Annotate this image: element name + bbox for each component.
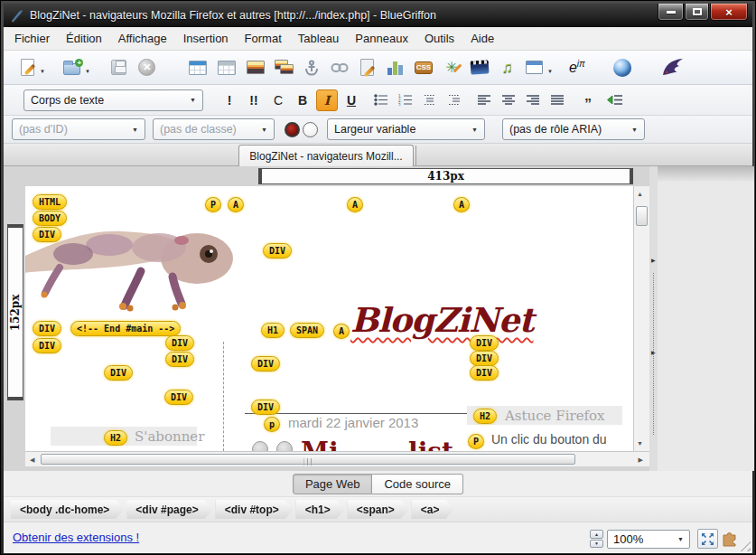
text-color-swatch[interactable] — [285, 122, 300, 137]
element-marker[interactable]: p — [264, 417, 280, 432]
id-select[interactable]: (pas d'ID) ▼ — [12, 118, 145, 140]
bold-button[interactable]: B — [292, 89, 313, 111]
wysiwyg-canvas[interactable]: HTML BODY DIV P A A A DIV DIV <!-- End #… — [25, 186, 633, 451]
menu-format[interactable]: Format — [237, 28, 290, 49]
vertical-scroll-thumb[interactable] — [636, 206, 648, 226]
element-marker[interactable]: DIV — [164, 390, 193, 405]
underline-button[interactable]: U — [341, 89, 362, 111]
minimize-button[interactable] — [658, 4, 684, 21]
subscribe-heading[interactable]: S'abonner — [135, 428, 204, 445]
element-marker[interactable]: DIV — [165, 352, 194, 367]
css-editor-button[interactable]: CSS — [412, 56, 435, 80]
document-tab[interactable]: BlogZiNet - navigateurs Mozill... — [238, 145, 414, 166]
scroll-down-icon[interactable]: ▼ — [637, 440, 643, 447]
chart-button[interactable] — [384, 56, 407, 80]
post-date[interactable]: mardi 22 janvier 2013 — [288, 415, 418, 430]
table-alt-button[interactable] — [215, 56, 238, 80]
aria-role-select[interactable]: (pas de rôle ARIA) ▼ — [502, 118, 645, 140]
numbered-list-button[interactable]: 1. 2. 3. — [395, 89, 416, 111]
open-file-button[interactable]: + — [61, 56, 84, 80]
element-marker[interactable]: DIV — [470, 335, 499, 351]
stop-button[interactable]: ✕ — [135, 56, 159, 80]
paragraph-style-select[interactable]: Corps de texte ▼ — [23, 89, 203, 111]
clipped-heading-fragment[interactable]: list — [408, 437, 453, 451]
zoom-spinner[interactable]: ▲ ▼ — [590, 530, 603, 548]
element-marker[interactable]: P — [205, 197, 221, 212]
insert-image-button[interactable] — [244, 56, 267, 80]
bullet-list-button[interactable] — [370, 89, 392, 111]
element-marker[interactable]: A — [228, 197, 244, 212]
link-button[interactable] — [328, 56, 351, 80]
menu-outils[interactable]: Outils — [416, 28, 462, 49]
insert-table-button[interactable] — [186, 56, 210, 80]
element-marker[interactable]: P — [468, 434, 484, 449]
code-button[interactable]: C — [267, 89, 289, 111]
align-center-button[interactable] — [498, 89, 519, 111]
sidebar-paragraph[interactable]: Un clic du bouton du — [491, 432, 607, 447]
menu-fichier[interactable]: Fichier — [6, 28, 58, 49]
menu-affichage[interactable]: Affichage — [110, 28, 175, 49]
breadcrumb-h1[interactable]: <h1> — [296, 500, 345, 519]
resize-grip[interactable] — [739, 540, 751, 551]
insert-audio-button[interactable]: ♫ — [496, 56, 519, 80]
maximize-button[interactable] — [685, 4, 709, 21]
horizontal-scroll-thumb[interactable] — [41, 454, 575, 465]
edit-page-button[interactable] — [356, 56, 379, 80]
spinner-down-icon[interactable]: ▼ — [590, 540, 603, 549]
element-marker[interactable]: DIV — [251, 400, 280, 415]
special-chars-button[interactable]: ✳ — [440, 56, 463, 80]
menu-tableau[interactable]: Tableau — [290, 28, 348, 49]
new-document-button[interactable] — [15, 56, 39, 80]
class-select[interactable]: (pas de classe) ▼ — [153, 118, 275, 140]
close-button[interactable]: × — [710, 4, 748, 21]
element-marker[interactable]: DIV — [33, 321, 61, 336]
insert-form-dropdown[interactable]: ▼ — [547, 69, 553, 74]
outdent-button[interactable] — [419, 89, 441, 111]
open-file-dropdown[interactable]: ▼ — [85, 69, 90, 74]
element-marker[interactable]: H1 — [261, 323, 285, 338]
menu-insertion[interactable]: Insertion — [175, 28, 237, 49]
zoom-select[interactable]: 100% ▼ — [607, 530, 690, 549]
insert-form-button[interactable] — [523, 56, 546, 80]
menu-panneaux[interactable]: Panneaux — [347, 28, 416, 49]
emphasis-button[interactable]: ! — [219, 89, 240, 111]
element-marker[interactable]: H2 — [104, 430, 127, 446]
insert-video-button[interactable] — [468, 56, 491, 80]
italic-button[interactable]: I — [316, 89, 338, 111]
strong-button[interactable]: !! — [243, 89, 265, 111]
element-marker[interactable]: A — [347, 197, 363, 212]
element-marker[interactable]: HTML — [33, 194, 67, 210]
clipped-heading-fragment[interactable]: Mi — [301, 437, 339, 451]
spinner-up-icon[interactable]: ▲ — [590, 530, 603, 539]
addons-button[interactable] — [721, 530, 739, 550]
browser-preview-button[interactable] — [611, 56, 634, 80]
anchor-button[interactable] — [300, 56, 323, 80]
splitter-arrow-icon[interactable]: ▶ — [651, 349, 656, 355]
breadcrumb-div-page[interactable]: <div #page> — [126, 500, 212, 519]
breadcrumb-span[interactable]: <span> — [348, 500, 409, 519]
scroll-right-icon[interactable]: ▶ — [639, 456, 643, 464]
align-left-button[interactable] — [473, 89, 495, 111]
horizontal-scrollbar[interactable]: ◀ ▶ — [25, 451, 649, 466]
width-select[interactable]: Largeur variable ▼ — [327, 118, 485, 140]
vertical-scrollbar[interactable]: ▲ ▼ — [633, 186, 649, 451]
justify-button[interactable] — [546, 89, 568, 111]
sidebar-heading[interactable]: Astuce Firefox — [505, 408, 605, 424]
get-extensions-link[interactable]: Obtenir des extensions ! — [13, 531, 139, 544]
element-marker[interactable]: DIV — [33, 338, 61, 353]
element-marker[interactable]: BODY — [33, 211, 67, 226]
comment-marker[interactable]: <!-- End #main --> — [70, 321, 181, 336]
element-marker[interactable]: A — [333, 324, 350, 339]
save-button[interactable] — [107, 56, 131, 80]
insert-math-button[interactable]: eiπ — [562, 56, 593, 80]
background-color-swatch[interactable] — [303, 122, 318, 137]
element-marker[interactable]: SPAN — [290, 323, 324, 338]
element-marker[interactable]: DIV — [33, 227, 61, 242]
text-direction-button[interactable] — [604, 89, 626, 111]
splitter-arrow-icon[interactable]: ▶ — [651, 257, 656, 263]
scroll-up-icon[interactable]: ▲ — [637, 191, 643, 197]
element-marker[interactable]: DIV — [165, 335, 194, 351]
panel-splitter[interactable]: ▶ ▶ — [649, 166, 658, 471]
breadcrumb-div-top[interactable]: <div #top> — [216, 500, 294, 519]
align-right-button[interactable] — [522, 89, 544, 111]
